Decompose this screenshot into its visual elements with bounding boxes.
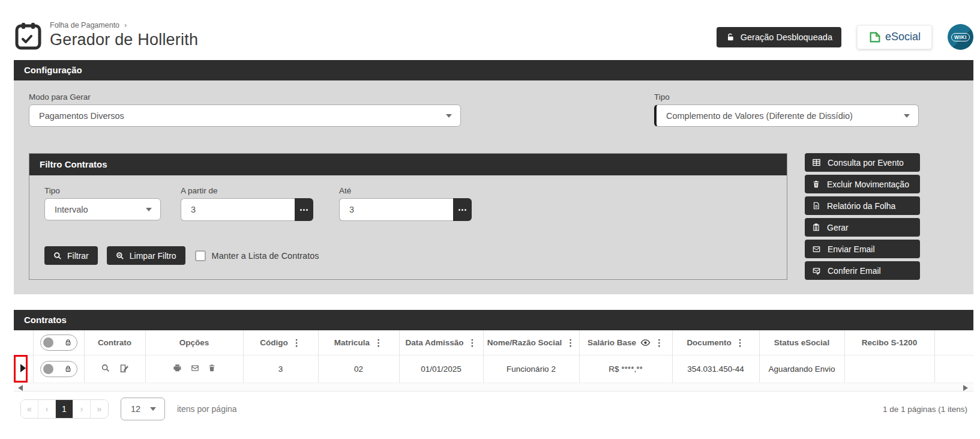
- col-codigo: Código: [260, 338, 288, 347]
- manter-lista-checkbox-wrap: Manter a Lista de Contratos: [195, 250, 319, 261]
- column-menu-icon[interactable]: ⋮: [292, 338, 301, 347]
- documento-cell: 354.031.450-44: [672, 355, 759, 383]
- next-page-button[interactable]: ›: [73, 400, 91, 418]
- filtro-contratos-body: Tipo Intervalo A partir de: [29, 175, 787, 278]
- contrato-cell: [84, 355, 145, 383]
- gerar-button[interactable]: Gerar: [805, 218, 920, 237]
- search-clear-icon: [116, 252, 124, 260]
- contratos-table-wrap: Contrato Opções Código⋮ Matricula⋮ Data …: [14, 330, 973, 392]
- column-menu-icon[interactable]: ⋮: [655, 338, 664, 347]
- first-page-button[interactable]: «: [21, 400, 38, 418]
- a-partir-de-more-button[interactable]: [295, 198, 313, 221]
- col-contrato: Contrato: [98, 338, 131, 347]
- nome-cell: Funcionário 2: [483, 355, 579, 383]
- expand-row-icon[interactable]: [20, 364, 26, 372]
- manter-lista-checkbox[interactable]: [195, 250, 206, 261]
- filtro-tipo-select[interactable]: Intervalo: [44, 198, 161, 220]
- calendar-check-icon: [14, 22, 43, 50]
- configuracao-section: Configuração Modo para Gerar Pagamentos …: [14, 60, 973, 294]
- a-partir-de-input[interactable]: [181, 198, 295, 221]
- pagination-bar: « ‹ 1 › » 12 itens por página 1 de 1 pág…: [14, 392, 973, 426]
- scroll-right-icon[interactable]: [963, 385, 968, 391]
- table-row: 3 02 01/01/2025 Funcionário 2 R$ ****,**…: [14, 355, 973, 383]
- excluir-movimentacao-button[interactable]: Excluir Movimentação: [805, 175, 920, 193]
- modo-para-gerar-field: Modo para Gerar Pagamentos Diversos: [29, 92, 461, 127]
- toggle-lock-row[interactable]: [40, 361, 77, 377]
- limpar-filtro-button[interactable]: Limpar Filtro: [107, 246, 185, 265]
- page-1-button[interactable]: 1: [56, 400, 73, 418]
- pagination-summary: 1 de 1 páginas (1 itens): [883, 405, 967, 414]
- envelope-icon: [812, 245, 821, 253]
- toggle-lock-all[interactable]: [40, 335, 77, 351]
- print-icon[interactable]: [172, 363, 182, 373]
- toggle-knob: [43, 338, 53, 348]
- expander-cell: [14, 355, 33, 383]
- topbar: Folha de Pagamento › Gerador de Hollerit…: [0, 0, 980, 50]
- tipo-value: Complemento de Valores (Diferente de Dis…: [666, 111, 853, 121]
- envelope-check-icon: [812, 267, 821, 275]
- column-menu-icon[interactable]: ⋮: [736, 338, 745, 347]
- actions-column: Consulta por Evento Excluir Movimentação…: [805, 153, 920, 280]
- col-opcoes: Opções: [179, 338, 209, 347]
- page-size-select[interactable]: 12: [121, 398, 165, 420]
- filtrar-label: Filtrar: [67, 251, 89, 261]
- salario-cell: R$ ****,**: [579, 355, 672, 383]
- unlock-icon: [726, 32, 735, 42]
- ate-field: Até: [339, 186, 472, 221]
- relatorio-da-folha-button[interactable]: Relatório da Folha: [805, 196, 920, 215]
- conferir-email-button[interactable]: Conferir Email: [805, 261, 920, 280]
- ate-group: [339, 198, 472, 221]
- filtrar-button[interactable]: Filtrar: [44, 246, 98, 265]
- generation-unlocked-button[interactable]: Geração Desbloqueada: [717, 27, 841, 47]
- modo-para-gerar-select[interactable]: Pagamentos Diversos: [29, 104, 461, 127]
- consulta-por-evento-label: Consulta por Evento: [828, 158, 904, 168]
- lock-icon: [64, 365, 72, 373]
- ate-input[interactable]: [339, 198, 453, 221]
- a-partir-de-label: A partir de: [181, 186, 313, 195]
- wiki-button[interactable]: WIKI: [948, 24, 973, 50]
- email-icon[interactable]: [190, 364, 200, 372]
- chevron-down-icon: [904, 114, 910, 118]
- column-menu-icon[interactable]: ⋮: [468, 338, 477, 347]
- view-contract-icon[interactable]: [101, 363, 110, 373]
- column-menu-icon[interactable]: ⋮: [374, 338, 383, 347]
- last-page-button[interactable]: »: [91, 400, 108, 418]
- title-group: Folha de Pagamento › Gerador de Hollerit…: [14, 20, 198, 50]
- horizontal-scrollbar[interactable]: [14, 383, 973, 392]
- contratos-section: Contratos: [14, 310, 973, 426]
- excluir-movimentacao-label: Excluir Movimentação: [827, 180, 909, 189]
- prev-page-button[interactable]: ‹: [38, 400, 56, 418]
- page: Folha de Pagamento › Gerador de Hollerit…: [0, 0, 980, 439]
- eye-icon[interactable]: [640, 339, 651, 347]
- tipo-label: Tipo: [654, 92, 919, 101]
- col-documento: Documento: [687, 338, 731, 347]
- chevron-down-icon: [446, 114, 452, 118]
- edit-contract-icon[interactable]: [119, 363, 129, 374]
- filtro-contratos-panel: Filtro Contratos Tipo Intervalo: [29, 153, 787, 280]
- filtro-tipo-value: Intervalo: [55, 205, 88, 214]
- enviar-email-button[interactable]: Enviar Email: [805, 240, 920, 258]
- chevron-right-icon: ›: [124, 20, 127, 29]
- codigo-cell: 3: [243, 355, 318, 383]
- scroll-left-icon[interactable]: [18, 385, 23, 391]
- heading-block: Folha de Pagamento › Gerador de Hollerit…: [50, 20, 198, 49]
- configuracao-body: Modo para Gerar Pagamentos Diversos Tipo…: [14, 80, 973, 294]
- column-menu-icon[interactable]: ⋮: [566, 338, 575, 347]
- filter-row: Filtro Contratos Tipo Intervalo: [29, 153, 958, 280]
- col-matricula: Matricula: [334, 338, 370, 347]
- tipo-field: Tipo Complemento de Valores (Diferente d…: [654, 92, 919, 127]
- breadcrumb-item[interactable]: Folha de Pagamento: [50, 21, 119, 29]
- filtro-contratos-header: Filtro Contratos: [29, 154, 787, 175]
- delete-icon[interactable]: [208, 363, 216, 372]
- modo-para-gerar-label: Modo para Gerar: [29, 92, 461, 101]
- tipo-select[interactable]: Complemento de Valores (Diferente de Dis…: [654, 104, 919, 127]
- manter-lista-label: Manter a Lista de Contratos: [212, 251, 319, 261]
- status-esocial-cell: Aguardando Envio: [759, 355, 844, 383]
- clipboard-icon: [812, 223, 820, 232]
- filter-fields: Tipo Intervalo A partir de: [44, 186, 772, 221]
- esocial-button[interactable]: eSocial: [857, 25, 932, 49]
- enviar-email-label: Enviar Email: [828, 244, 875, 254]
- ate-more-button[interactable]: [453, 198, 472, 221]
- trash-icon: [812, 180, 820, 189]
- consulta-por-evento-button[interactable]: Consulta por Evento: [805, 153, 920, 172]
